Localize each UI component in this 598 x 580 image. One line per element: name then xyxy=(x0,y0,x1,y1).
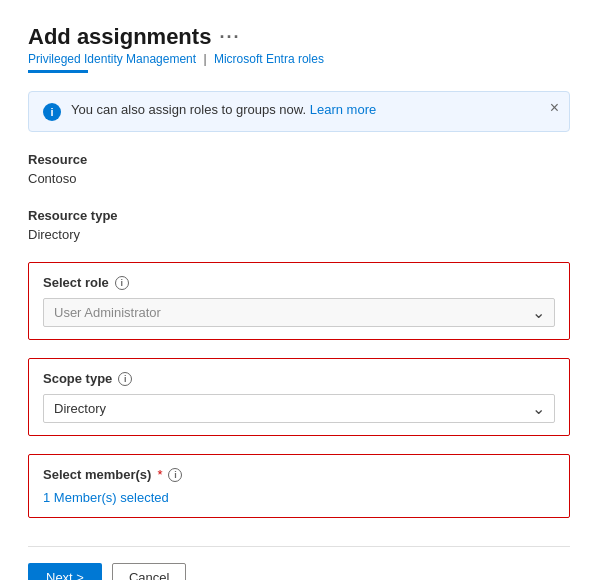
select-role-info-icon: i xyxy=(115,276,129,290)
banner-text-content: You can also assign roles to groups now. xyxy=(71,102,306,117)
breadcrumb-separator: | xyxy=(203,52,206,66)
select-role-dropdown[interactable]: User Administrator User Administrator Gl… xyxy=(43,298,555,327)
next-button[interactable]: Next > xyxy=(28,563,102,580)
page-title-ellipsis: ··· xyxy=(219,27,240,48)
scope-type-info-icon: i xyxy=(118,372,132,386)
banner-text: You can also assign roles to groups now.… xyxy=(71,102,555,117)
select-members-label: Select member(s) xyxy=(43,467,151,482)
learn-more-link[interactable]: Learn more xyxy=(310,102,376,117)
resource-type-section: Resource type Directory xyxy=(28,208,570,244)
page-title: Add assignments ··· xyxy=(28,24,240,50)
select-members-info-icon: i xyxy=(168,468,182,482)
select-members-required: * xyxy=(157,467,162,482)
resource-type-label: Resource type xyxy=(28,208,570,223)
scope-type-dropdown[interactable]: Directory Administrative Unit xyxy=(43,394,555,423)
breadcrumb-part2: Microsoft Entra roles xyxy=(214,52,324,66)
page-title-text: Add assignments xyxy=(28,24,211,50)
scope-type-wrapper: Directory Administrative Unit xyxy=(43,394,555,423)
footer: Next > Cancel xyxy=(28,563,570,580)
select-role-section: Select role i User Administrator User Ad… xyxy=(28,262,570,340)
breadcrumb: Privileged Identity Management | Microso… xyxy=(28,52,570,66)
select-role-label: Select role xyxy=(43,275,109,290)
resource-type-value: Directory xyxy=(28,225,570,244)
info-icon: i xyxy=(43,103,61,121)
banner-close-button[interactable]: × xyxy=(550,100,559,116)
scope-type-label: Scope type xyxy=(43,371,112,386)
select-role-wrapper: User Administrator User Administrator Gl… xyxy=(43,298,555,327)
resource-section: Resource Contoso xyxy=(28,152,570,188)
title-underline xyxy=(28,70,88,73)
cancel-button[interactable]: Cancel xyxy=(112,563,186,580)
breadcrumb-part1: Privileged Identity Management xyxy=(28,52,196,66)
members-selected-link[interactable]: 1 Member(s) selected xyxy=(43,490,555,505)
resource-label: Resource xyxy=(28,152,570,167)
footer-divider xyxy=(28,546,570,547)
info-banner: i You can also assign roles to groups no… xyxy=(28,91,570,132)
resource-value: Contoso xyxy=(28,169,570,188)
scope-type-section: Scope type i Directory Administrative Un… xyxy=(28,358,570,436)
select-members-section: Select member(s) * i 1 Member(s) selecte… xyxy=(28,454,570,518)
